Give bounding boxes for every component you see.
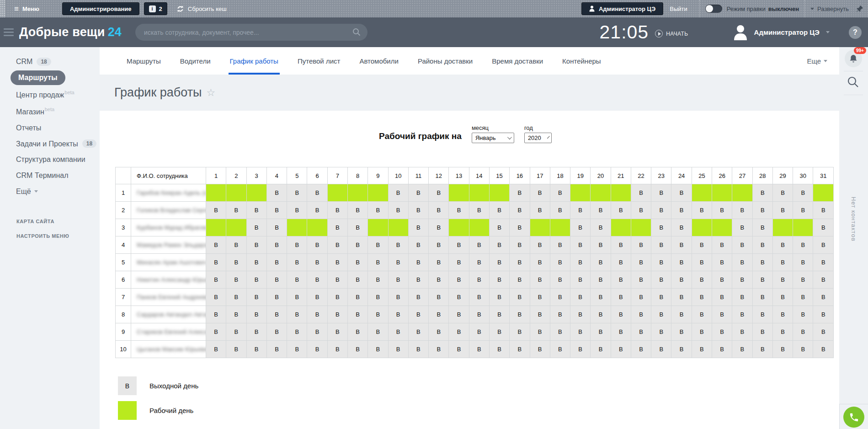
schedule-cell[interactable]: В: [732, 219, 752, 236]
schedule-cell[interactable]: [570, 184, 591, 202]
schedule-cell[interactable]: В: [570, 219, 591, 236]
schedule-cell[interactable]: В: [530, 341, 550, 358]
schedule-cell[interactable]: В: [368, 323, 388, 341]
schedule-cell[interactable]: В: [246, 271, 266, 289]
tab-item[interactable]: График работы: [220, 47, 288, 75]
notifications-button[interactable]: 99+: [845, 50, 862, 67]
schedule-cell[interactable]: В: [591, 306, 611, 323]
schedule-cell[interactable]: В: [510, 236, 530, 254]
schedule-cell[interactable]: В: [388, 202, 408, 219]
schedule-cell[interactable]: В: [429, 184, 449, 202]
schedule-cell[interactable]: В: [266, 271, 287, 289]
schedule-cell[interactable]: В: [550, 323, 570, 341]
schedule-cell[interactable]: [611, 184, 631, 202]
schedule-cell[interactable]: В: [570, 341, 591, 358]
schedule-cell[interactable]: В: [813, 271, 834, 289]
schedule-cell[interactable]: В: [408, 184, 428, 202]
schedule-cell[interactable]: В: [388, 323, 408, 341]
schedule-cell[interactable]: В: [712, 306, 732, 323]
schedule-cell[interactable]: В: [793, 254, 813, 271]
schedule-cell[interactable]: В: [327, 341, 347, 358]
schedule-cell[interactable]: В: [631, 306, 651, 323]
schedule-cell[interactable]: В: [347, 202, 367, 219]
schedule-cell[interactable]: В: [429, 219, 449, 236]
schedule-cell[interactable]: В: [408, 219, 428, 236]
configure-menu-link[interactable]: НАСТРОИТЬ МЕНЮ: [0, 229, 100, 243]
schedule-cell[interactable]: [692, 219, 712, 236]
sidebar-item[interactable]: Центр продажbeta: [0, 86, 100, 103]
schedule-cell[interactable]: В: [408, 271, 428, 289]
phone-button[interactable]: [843, 407, 864, 428]
schedule-cell[interactable]: В: [368, 341, 388, 358]
sidebar-item[interactable]: Магазинbeta: [0, 103, 100, 120]
schedule-cell[interactable]: В: [287, 306, 307, 323]
reset-cache-button[interactable]: Сбросить кеш: [176, 5, 227, 13]
schedule-cell[interactable]: [226, 184, 246, 202]
schedule-cell[interactable]: В: [226, 306, 246, 323]
schedule-cell[interactable]: В: [591, 254, 611, 271]
schedule-cell[interactable]: В: [449, 254, 469, 271]
schedule-cell[interactable]: В: [732, 289, 752, 306]
schedule-cell[interactable]: В: [752, 184, 772, 202]
expand-button[interactable]: Развернуть: [810, 5, 849, 12]
schedule-cell[interactable]: В: [206, 323, 226, 341]
schedule-cell[interactable]: В: [347, 341, 367, 358]
schedule-cell[interactable]: [772, 219, 793, 236]
schedule-cell[interactable]: В: [510, 254, 530, 271]
schedule-cell[interactable]: В: [671, 219, 692, 236]
app-logo[interactable]: Добрые вещи24: [19, 25, 122, 39]
schedule-cell[interactable]: В: [266, 323, 287, 341]
schedule-cell[interactable]: В: [368, 202, 388, 219]
schedule-cell[interactable]: В: [712, 271, 732, 289]
schedule-cell[interactable]: В: [489, 254, 509, 271]
schedule-cell[interactable]: В: [752, 323, 772, 341]
schedule-cell[interactable]: В: [429, 271, 449, 289]
schedule-cell[interactable]: В: [591, 219, 611, 236]
schedule-cell[interactable]: [206, 184, 226, 202]
schedule-cell[interactable]: В: [651, 306, 671, 323]
schedule-cell[interactable]: В: [611, 289, 631, 306]
schedule-cell[interactable]: В: [752, 236, 772, 254]
schedule-cell[interactable]: В: [327, 236, 347, 254]
schedule-cell[interactable]: В: [449, 341, 469, 358]
schedule-cell[interactable]: В: [469, 254, 489, 271]
schedule-cell[interactable]: В: [732, 323, 752, 341]
schedule-cell[interactable]: В: [813, 236, 834, 254]
schedule-cell[interactable]: В: [752, 271, 772, 289]
schedule-cell[interactable]: В: [732, 236, 752, 254]
schedule-cell[interactable]: В: [793, 306, 813, 323]
schedule-cell[interactable]: В: [550, 254, 570, 271]
schedule-cell[interactable]: В: [793, 271, 813, 289]
schedule-cell[interactable]: В: [813, 202, 834, 219]
schedule-cell[interactable]: В: [347, 236, 367, 254]
schedule-cell[interactable]: В: [408, 236, 428, 254]
schedule-cell[interactable]: В: [692, 271, 712, 289]
schedule-cell[interactable]: В: [712, 202, 732, 219]
schedule-cell[interactable]: В: [327, 254, 347, 271]
schedule-cell[interactable]: В: [246, 341, 266, 358]
schedule-cell[interactable]: В: [469, 236, 489, 254]
schedule-cell[interactable]: В: [591, 202, 611, 219]
schedule-cell[interactable]: В: [246, 289, 266, 306]
schedule-cell[interactable]: В: [772, 341, 793, 358]
schedule-cell[interactable]: [307, 219, 327, 236]
schedule-cell[interactable]: В: [591, 236, 611, 254]
schedule-cell[interactable]: В: [327, 289, 347, 306]
schedule-cell[interactable]: В: [671, 184, 692, 202]
schedule-cell[interactable]: В: [388, 184, 408, 202]
sitemap-link[interactable]: КАРТА САЙТА: [0, 214, 100, 229]
schedule-cell[interactable]: В: [510, 323, 530, 341]
schedule-cell[interactable]: В: [550, 202, 570, 219]
schedule-cell[interactable]: В: [732, 254, 752, 271]
help-icon[interactable]: ?: [849, 26, 862, 39]
schedule-cell[interactable]: В: [651, 202, 671, 219]
schedule-cell[interactable]: В: [671, 323, 692, 341]
schedule-cell[interactable]: В: [611, 236, 631, 254]
schedule-cell[interactable]: В: [266, 341, 287, 358]
schedule-cell[interactable]: В: [266, 306, 287, 323]
schedule-cell[interactable]: В: [449, 306, 469, 323]
schedule-cell[interactable]: В: [550, 341, 570, 358]
schedule-cell[interactable]: В: [327, 271, 347, 289]
schedule-cell[interactable]: В: [752, 341, 772, 358]
schedule-cell[interactable]: В: [631, 323, 651, 341]
